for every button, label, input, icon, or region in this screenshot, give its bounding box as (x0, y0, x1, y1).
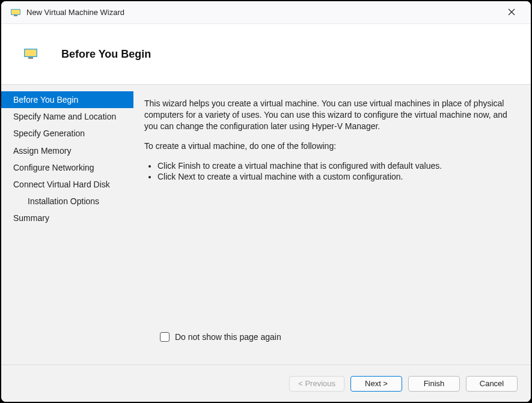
wizard-steps-sidebar: Before You BeginSpecify Name and Locatio… (1, 85, 133, 365)
previous-button: < Previous (289, 376, 344, 392)
instruction-paragraph: To create a virtual machine, do one of t… (144, 141, 513, 152)
dont-show-again-label: Do not show this page again (175, 332, 281, 342)
sidebar-item-step-3[interactable]: Assign Memory (1, 142, 133, 159)
sidebar-item-step-0[interactable]: Before You Begin (1, 91, 133, 108)
titlebar: New Virtual Machine Wizard (1, 1, 531, 24)
wizard-header: Before You Begin (1, 24, 531, 84)
svg-rect-2 (14, 15, 17, 16)
next-button[interactable]: Next > (350, 376, 402, 392)
dont-show-again-row[interactable]: Do not show this page again (160, 332, 513, 342)
finish-button[interactable]: Finish (408, 376, 460, 392)
instruction-list: Click Finish to create a virtual machine… (155, 160, 513, 183)
dont-show-again-checkbox[interactable] (160, 332, 170, 342)
svg-rect-5 (28, 57, 33, 59)
sidebar-item-step-7[interactable]: Summary (1, 210, 133, 226)
content-area: Before You BeginSpecify Name and Locatio… (1, 84, 531, 365)
wizard-window: New Virtual Machine Wizard Before You Be… (1, 1, 531, 402)
page-title: Before You Begin (61, 48, 151, 61)
wizard-header-icon (24, 49, 37, 59)
bullet-next: Click Next to create a virtual machine w… (157, 171, 513, 183)
svg-rect-4 (25, 50, 37, 56)
cancel-button[interactable]: Cancel (466, 376, 518, 392)
wizard-main-panel: This wizard helps you create a virtual m… (133, 85, 531, 365)
close-icon (508, 8, 515, 17)
window-title: New Virtual Machine Wizard (26, 8, 498, 17)
sidebar-item-step-1[interactable]: Specify Name and Location (1, 108, 133, 125)
sidebar-item-step-6[interactable]: Installation Options (1, 193, 133, 210)
svg-rect-1 (11, 10, 20, 14)
sidebar-item-step-5[interactable]: Connect Virtual Hard Disk (1, 176, 133, 193)
close-button[interactable] (498, 4, 525, 22)
bullet-finish: Click Finish to create a virtual machine… (157, 160, 513, 172)
app-icon (11, 8, 20, 17)
wizard-button-bar: < Previous Next > Finish Cancel (1, 365, 531, 402)
sidebar-item-step-2[interactable]: Specify Generation (1, 125, 133, 142)
sidebar-item-step-4[interactable]: Configure Networking (1, 159, 133, 176)
intro-paragraph: This wizard helps you create a virtual m… (144, 98, 513, 132)
